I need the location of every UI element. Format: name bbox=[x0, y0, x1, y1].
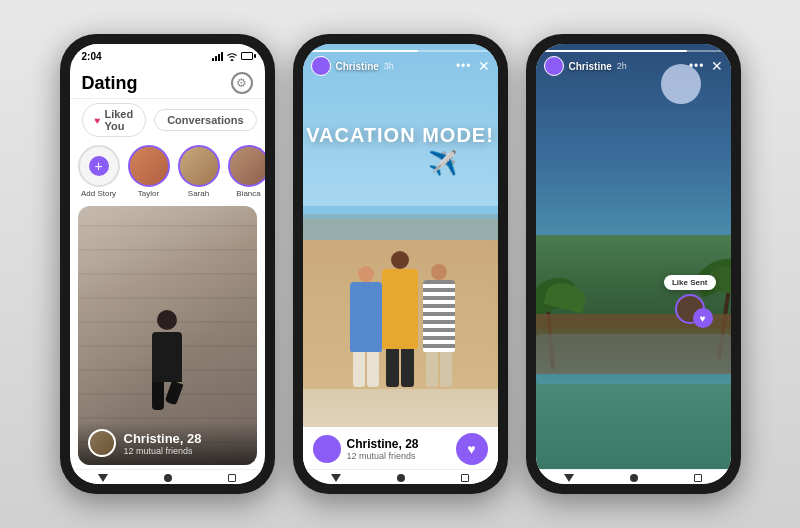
liked-you-tab[interactable]: ♥ Liked You bbox=[82, 103, 147, 137]
like-sent-avatar-group: ♥ bbox=[675, 294, 705, 324]
story-user-avatar-2 bbox=[311, 56, 331, 76]
stories-row: + Add Story Taylor Sarah Bianca bbox=[70, 141, 265, 202]
dating-title: Dating bbox=[82, 73, 138, 94]
story-screen-3: Like Sent ♥ Christine 2h bbox=[536, 44, 731, 469]
story-user-info-2: Christine 3h bbox=[311, 56, 394, 76]
woman-3 bbox=[418, 264, 460, 387]
story-bottom-sub-2: 12 mutual friends bbox=[347, 451, 419, 461]
taylor-avatar bbox=[128, 145, 170, 187]
tabs-row: ♥ Liked You Conversations bbox=[70, 99, 265, 141]
bianca-label: Bianca bbox=[236, 189, 260, 198]
battery-icon bbox=[241, 52, 253, 60]
card-sub: 12 mutual friends bbox=[124, 446, 202, 456]
phone-3: Like Sent ♥ Christine 2h bbox=[526, 34, 741, 494]
recents-button-3[interactable] bbox=[694, 474, 702, 482]
story-bottom-name-2: Christine, 28 bbox=[347, 437, 419, 451]
home-button[interactable] bbox=[164, 474, 172, 482]
back-button-2[interactable] bbox=[331, 474, 341, 482]
story-actions-2: ••• ✕ bbox=[456, 59, 490, 73]
story-progress-bar-3 bbox=[544, 50, 723, 52]
back-button[interactable] bbox=[98, 474, 108, 482]
profile-card[interactable]: Christine, 28 12 mutual friends bbox=[78, 206, 257, 465]
phone-2-screen: Christine 3h ••• ✕ VACATION MODE! ✈️ bbox=[303, 44, 498, 484]
bottom-nav-2 bbox=[303, 469, 498, 484]
bottom-nav-3 bbox=[536, 469, 731, 484]
recents-button[interactable] bbox=[228, 474, 236, 482]
person-silhouette bbox=[142, 310, 192, 410]
story-top-row-2: Christine 3h ••• ✕ bbox=[303, 56, 498, 80]
story-bottom-2: Christine, 28 12 mutual friends ♥ bbox=[303, 427, 498, 469]
women-group bbox=[340, 197, 460, 387]
story-top-row-3: Christine 2h ••• ✕ bbox=[536, 56, 731, 80]
bianca-avatar bbox=[228, 145, 265, 187]
story-progress-fill-3 bbox=[544, 50, 687, 52]
story-bottom-user-2: Christine, 28 12 mutual friends bbox=[313, 435, 419, 463]
story-bottom-text-2: Christine, 28 12 mutual friends bbox=[347, 437, 419, 461]
status-time: 2:04 bbox=[82, 51, 102, 62]
like-sent-text: Like Sent bbox=[672, 278, 708, 287]
dating-app-content: Dating ⚙ ♥ Liked You Conversations bbox=[70, 66, 265, 484]
story-username-2: Christine bbox=[336, 61, 379, 72]
story-bottom-avatar-2 bbox=[313, 435, 341, 463]
card-text: Christine, 28 12 mutual friends bbox=[124, 431, 202, 456]
card-background: Christine, 28 12 mutual friends bbox=[78, 206, 257, 465]
like-sent-badge: Like Sent bbox=[664, 275, 716, 290]
story-screen-2: Christine 3h ••• ✕ VACATION MODE! ✈️ bbox=[303, 44, 498, 469]
phone-3-screen: Like Sent ♥ Christine 2h bbox=[536, 44, 731, 484]
story-sarah[interactable]: Sarah bbox=[178, 145, 220, 198]
heart-icon-2: ♥ bbox=[467, 441, 475, 457]
like-sent-group: Like Sent ♥ bbox=[664, 275, 716, 324]
story-username-3: Christine bbox=[569, 61, 612, 72]
more-options-icon[interactable]: ••• bbox=[456, 59, 472, 73]
wifi-icon bbox=[226, 52, 238, 61]
story-progress-bar bbox=[311, 50, 490, 52]
sarah-avatar bbox=[178, 145, 220, 187]
taylor-label: Taylor bbox=[138, 189, 159, 198]
add-story-plus-icon: + bbox=[89, 156, 109, 176]
card-info: Christine, 28 12 mutual friends bbox=[78, 421, 257, 465]
add-story-item[interactable]: + Add Story bbox=[78, 145, 120, 198]
more-options-icon-3[interactable]: ••• bbox=[689, 59, 705, 73]
home-button-3[interactable] bbox=[630, 474, 638, 482]
story-user-avatar-3 bbox=[544, 56, 564, 76]
story-time-3: 2h bbox=[617, 61, 627, 71]
add-story-label: Add Story bbox=[81, 189, 116, 198]
beach-background bbox=[303, 44, 498, 469]
card-avatar bbox=[88, 429, 116, 457]
story-actions-3: ••• ✕ bbox=[689, 59, 723, 73]
story-header-3: Christine 2h ••• ✕ bbox=[536, 44, 731, 80]
conversations-label: Conversations bbox=[167, 114, 243, 126]
story-taylor[interactable]: Taylor bbox=[128, 145, 170, 198]
story-header-2: Christine 3h ••• ✕ bbox=[303, 44, 498, 80]
recents-button-2[interactable] bbox=[461, 474, 469, 482]
signal-icon bbox=[212, 52, 223, 61]
back-button-3[interactable] bbox=[564, 474, 574, 482]
resort-background: Like Sent ♥ bbox=[536, 44, 731, 469]
phone-1-screen: 2:04 Dating ⚙ bbox=[70, 44, 265, 484]
bottom-nav-1 bbox=[70, 469, 265, 484]
story-time-2: 3h bbox=[384, 61, 394, 71]
airplane-emoji: ✈️ bbox=[428, 149, 458, 177]
card-name: Christine, 28 bbox=[124, 431, 202, 446]
story-text-overlay: VACATION MODE! bbox=[306, 124, 494, 147]
dating-header: Dating ⚙ bbox=[70, 66, 265, 99]
vacation-mode-text: VACATION MODE! bbox=[306, 124, 494, 146]
sarah-label: Sarah bbox=[188, 189, 209, 198]
status-bar-1: 2:04 bbox=[70, 44, 265, 66]
close-icon-3[interactable]: ✕ bbox=[711, 59, 723, 73]
story-bianca[interactable]: Bianca bbox=[228, 145, 265, 198]
like-button-2[interactable]: ♥ bbox=[456, 433, 488, 465]
close-icon-2[interactable]: ✕ bbox=[478, 59, 490, 73]
conversations-tab[interactable]: Conversations bbox=[154, 109, 256, 131]
status-icons bbox=[212, 52, 253, 61]
add-story-avatar: + bbox=[78, 145, 120, 187]
liked-you-label: Liked You bbox=[104, 108, 133, 132]
phone-1: 2:04 Dating ⚙ bbox=[60, 34, 275, 494]
phone-2: Christine 3h ••• ✕ VACATION MODE! ✈️ bbox=[293, 34, 508, 494]
home-button-2[interactable] bbox=[397, 474, 405, 482]
story-progress-fill bbox=[311, 50, 418, 52]
gear-icon: ⚙ bbox=[236, 76, 247, 90]
settings-button[interactable]: ⚙ bbox=[231, 72, 253, 94]
story-user-info-3: Christine 2h bbox=[544, 56, 627, 76]
like-sent-heart-icon: ♥ bbox=[693, 308, 713, 328]
